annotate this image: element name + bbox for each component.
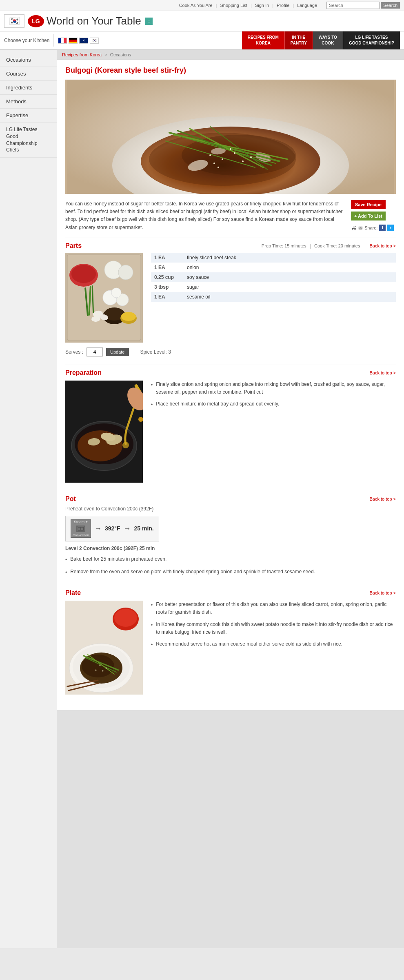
ingredient-amount: 3 tbsp	[154, 284, 187, 290]
oven-temp: 392°F	[105, 525, 120, 532]
email-icon[interactable]: ✉	[358, 225, 363, 231]
profile-link[interactable]: Profile	[277, 3, 289, 8]
print-icon[interactable]: 🖨	[351, 225, 357, 231]
divider3	[65, 491, 396, 491]
svg-rect-56	[81, 528, 83, 530]
action-buttons: Save Recipe + Add To List 🖨 ✉ Share: f t	[351, 200, 396, 231]
ingredients-table: 1 EAfinely sliced beef steak1 EAonion0.2…	[151, 253, 396, 343]
shopping-list-link[interactable]: Shopping List	[220, 3, 247, 8]
sidebar-item-methods[interactable]: Methods	[0, 95, 57, 109]
share-label: Share:	[364, 225, 377, 230]
recipe-title: Bulgogi (Korean style beef stir-fry)	[65, 66, 396, 75]
flag-fr[interactable]	[58, 38, 67, 44]
search-button[interactable]: Search	[381, 2, 400, 9]
prep-steps: •Finely slice onion and spring onion and…	[151, 381, 396, 483]
svg-point-21	[230, 148, 231, 150]
ingredient-row: 1 EAfinely sliced beef steak	[151, 253, 396, 263]
svg-rect-55	[78, 528, 80, 530]
oven-icon: Steam + Convection	[71, 519, 91, 538]
prep-layout: •Finely slice onion and spring onion and…	[65, 381, 396, 483]
share-row: 🖨 ✉ Share: f t	[351, 225, 394, 231]
header: 🇰🇷 LG World on Your Table □	[0, 11, 404, 31]
svg-point-20	[213, 163, 215, 164]
cook-time: Cook Time: 20 minutes	[314, 243, 360, 248]
svg-point-27	[71, 265, 96, 283]
add-to-list-button[interactable]: + Add To List	[351, 212, 386, 220]
serves-input[interactable]	[87, 347, 103, 356]
pot-steps: •Bake beef for 25 minutes in preheated o…	[65, 555, 396, 577]
pot-bullet-0: •	[65, 556, 67, 564]
prep-header: Preparation Back to top >	[65, 369, 396, 376]
flag-uk[interactable]: ✕	[79, 38, 88, 44]
language-link[interactable]: Language	[297, 3, 317, 8]
plate-section: Plate Back to top >	[65, 589, 396, 696]
ingredient-amount: 1 EA	[154, 265, 187, 270]
page-layout: Occasions Courses Ingredients Methods Ex…	[0, 50, 404, 948]
nav-championship[interactable]: LG LIFE TASTESGOOD CHAMPIONSHIP	[343, 31, 400, 49]
flag-logo: 🇰🇷	[4, 14, 24, 28]
ingredient-name: sugar	[187, 284, 199, 290]
lg-logo: LG World on Your Table □	[28, 15, 153, 27]
lightbox-icon: □	[145, 18, 153, 25]
sep2: |	[251, 3, 252, 8]
save-recipe-button[interactable]: Save Recipe	[351, 200, 386, 209]
twitter-icon[interactable]: t	[387, 225, 394, 231]
plate-image	[65, 601, 143, 696]
search-area-top: Search	[326, 2, 400, 9]
pot-back-to-top[interactable]: Back to top >	[369, 497, 396, 501]
nav-recipes-korea[interactable]: RECIPES FROMKOREA	[242, 31, 285, 49]
prep-step-text-1: Place beef mixture into metal tray and s…	[156, 400, 279, 408]
choose-kitchen[interactable]: Choose your Kitchen	[4, 34, 54, 47]
sidebar-item-championship[interactable]: LG Life Tastes Good Championship Chefs	[0, 122, 57, 158]
plate-step: •For better presentation or flavor of th…	[151, 601, 396, 616]
parts-title: Parts	[65, 242, 82, 249]
update-button[interactable]: Update	[106, 348, 129, 356]
content-area: Bulgogi (Korean style beef stir-fry)	[57, 60, 404, 710]
search-input[interactable]	[326, 2, 380, 9]
plate-step-text-1: In Korea they commonly cook this dish wi…	[156, 621, 396, 636]
nav-ways-to-cook[interactable]: WAYS TOCOOK	[313, 31, 343, 49]
preparation-section: Preparation Back to top >	[65, 369, 396, 483]
spice-level: Spice Level: 3	[140, 349, 171, 355]
sidebar-item-ingredients[interactable]: Ingredients	[0, 81, 57, 95]
sidebar-item-occasions[interactable]: Occasions	[0, 53, 57, 67]
prep-title: Preparation	[65, 369, 102, 376]
breadcrumb-home[interactable]: Recipes from Korea	[62, 52, 102, 57]
plate-step: •In Korea they commonly cook this dish w…	[151, 621, 396, 636]
nav-pantry[interactable]: IN THEPANTRY	[285, 31, 313, 49]
main-content: Recipes from Korea > Occasions Bulgogi (…	[57, 50, 404, 948]
parts-back-to-top[interactable]: Back to top >	[369, 243, 396, 248]
pot-step-text-0: Bake beef for 25 minutes in preheated ov…	[70, 555, 166, 563]
facebook-icon[interactable]: f	[379, 225, 386, 231]
plate-back-to-top[interactable]: Back to top >	[369, 590, 396, 595]
pot-title: Pot	[65, 495, 76, 503]
svg-point-16	[209, 154, 211, 156]
pot-step: •Bake beef for 25 minutes in preheated o…	[65, 555, 396, 564]
preheat-text: Preheat oven to Convection 200c (392F)	[65, 506, 396, 512]
flag-kr[interactable]: 🇰🇷	[90, 38, 99, 44]
prep-image	[65, 381, 143, 483]
recipe-description: You can use honey instead of sugar for b…	[65, 200, 345, 232]
level-text: Level 2 Convection 200c (392F) 25 min	[65, 546, 396, 551]
sidebar-item-expertise[interactable]: Expertise	[0, 109, 57, 122]
flag-de[interactable]	[69, 38, 78, 44]
sep1: |	[216, 3, 217, 8]
prep-back-to-top[interactable]: Back to top >	[369, 370, 396, 375]
sidebar-item-courses[interactable]: Courses	[0, 67, 57, 81]
svg-point-19	[242, 160, 244, 162]
svg-point-29	[118, 265, 133, 280]
cook-as-link[interactable]: Cook As You Are	[179, 3, 213, 8]
divider4	[65, 585, 396, 585]
oven-time: 25 min.	[134, 525, 154, 532]
ingredient-name: sesame oil	[187, 294, 210, 300]
time-sep: |	[310, 243, 311, 249]
plate-step-text-2: Recommended serve hot as main coarse mea…	[156, 640, 342, 648]
plate-bullet-2: •	[151, 641, 153, 649]
pot-section: Pot Back to top > Preheat oven to Convec…	[65, 495, 396, 577]
brand-title: World on Your Table	[47, 15, 141, 27]
breadcrumb: Recipes from Korea > Occasions	[57, 50, 404, 60]
hero-image	[65, 80, 396, 194]
oven-time-arrow: →	[124, 524, 131, 533]
breadcrumb-current: Occasions	[110, 52, 131, 57]
signin-link[interactable]: Sign In	[255, 3, 269, 8]
